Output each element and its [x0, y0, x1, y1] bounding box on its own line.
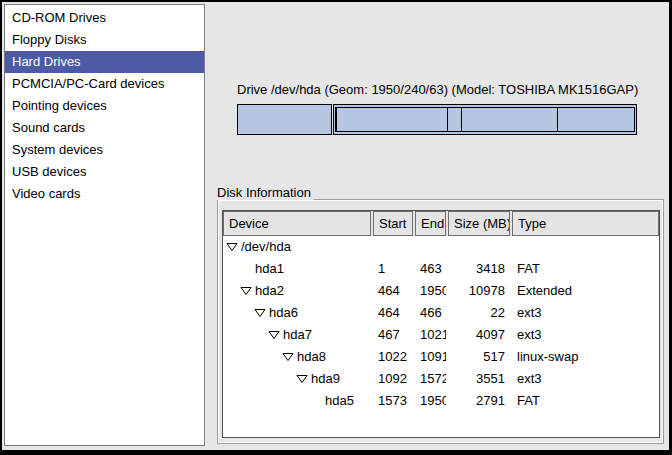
device-cell: hda5 — [223, 390, 371, 412]
column-header-type[interactable]: Type — [512, 211, 659, 236]
partition-bar — [237, 104, 637, 135]
size-cell — [448, 236, 510, 258]
end-cell: 463 — [415, 258, 446, 280]
sidebar-item-label: Pointing devices — [12, 98, 107, 113]
tree-indent — [223, 313, 254, 314]
drive-summary-label: Drive /dev/hda (Geom: 1950/240/63) (Mode… — [237, 82, 637, 97]
table-row[interactable]: hda5 1573 1950 2791 FAT — [223, 390, 659, 412]
table-row[interactable]: hda2 464 1950 10978 Extended — [223, 280, 659, 302]
partition-hda8 — [448, 108, 462, 131]
type-cell: ext3 — [512, 324, 659, 346]
device-category-list: CD-ROM Drives Floppy Disks Hard Drives P… — [4, 4, 205, 446]
end-cell: 1091 — [415, 346, 446, 368]
expander-icon[interactable] — [282, 352, 294, 362]
device-cell: hda2 — [223, 280, 371, 302]
type-cell: Extended — [512, 280, 659, 302]
end-cell: 466 — [415, 302, 446, 324]
table-row[interactable]: hda8 1022 1091 517 linux-swap — [223, 346, 659, 368]
column-header-device[interactable]: Device — [223, 211, 371, 236]
device-cell: hda6 — [223, 302, 371, 324]
tree-indent — [223, 401, 310, 402]
device-cell: /dev/hda — [223, 236, 371, 258]
type-cell: ext3 — [512, 368, 659, 390]
column-header-size[interactable]: Size (MB) — [448, 211, 510, 236]
device-cell: hda7 — [223, 324, 371, 346]
device-name: hda2 — [255, 280, 284, 302]
sidebar-item[interactable]: USB devices — [5, 161, 204, 183]
sidebar-item[interactable]: PCMCIA/PC-Card devices — [5, 73, 204, 95]
sidebar-item-label: CD-ROM Drives — [12, 10, 106, 25]
partition-hda2-extended — [333, 104, 637, 135]
end-cell: 1021 — [415, 324, 446, 346]
start-cell: 464 — [373, 280, 413, 302]
tree-indent — [223, 269, 240, 270]
disk-information-table: Device Start End Size (MB) Type /dev/hda… — [222, 210, 660, 438]
device-name: hda1 — [255, 258, 284, 280]
column-header-end[interactable]: End — [415, 211, 446, 236]
table-header-row: Device Start End Size (MB) Type — [223, 211, 659, 236]
sidebar-item[interactable]: Sound cards — [5, 117, 204, 139]
expander-icon[interactable] — [226, 242, 238, 252]
start-cell — [373, 236, 413, 258]
start-cell: 464 — [373, 302, 413, 324]
logical-partitions-container — [335, 107, 635, 132]
device-name: hda8 — [297, 346, 326, 368]
device-name: /dev/hda — [241, 236, 291, 258]
device-cell: hda8 — [223, 346, 371, 368]
table-row[interactable]: hda1 1 463 3418 FAT — [223, 258, 659, 280]
start-cell: 467 — [373, 324, 413, 346]
sidebar-item-label: Hard Drives — [12, 54, 81, 69]
sidebar-item[interactable]: Floppy Disks — [5, 29, 204, 51]
device-cell: hda1 — [223, 258, 371, 280]
type-cell: ext3 — [512, 302, 659, 324]
end-cell: 1950 — [415, 390, 446, 412]
sidebar-item[interactable]: CD-ROM Drives — [5, 7, 204, 29]
table-row[interactable]: hda6 464 466 22 ext3 — [223, 302, 659, 324]
partition-hda5 — [558, 108, 634, 131]
table-row[interactable]: /dev/hda — [223, 236, 659, 258]
type-cell: FAT — [512, 390, 659, 412]
tree-indent — [223, 335, 268, 336]
type-cell: FAT — [512, 258, 659, 280]
sidebar-item[interactable]: Pointing devices — [5, 95, 204, 117]
table-row[interactable]: hda7 467 1021 4097 ext3 — [223, 324, 659, 346]
expander-icon[interactable] — [268, 330, 280, 340]
size-cell: 517 — [448, 346, 510, 368]
hardware-browser-window: CD-ROM Drives Floppy Disks Hard Drives P… — [2, 2, 669, 450]
device-cell: hda9 — [223, 368, 371, 390]
size-cell: 4097 — [448, 324, 510, 346]
sidebar-item-label: Floppy Disks — [12, 32, 86, 47]
device-name: hda5 — [325, 390, 354, 412]
sidebar-item-label: USB devices — [12, 164, 86, 179]
table-row[interactable]: hda9 1092 1572 3551 ext3 — [223, 368, 659, 390]
size-cell: 2791 — [448, 390, 510, 412]
tree-indent — [223, 379, 296, 380]
expander-icon[interactable] — [296, 374, 308, 384]
sidebar-item-label: Sound cards — [12, 120, 85, 135]
end-cell: 1950 — [415, 280, 446, 302]
device-name: hda9 — [311, 368, 340, 390]
sidebar-item-label: PCMCIA/PC-Card devices — [12, 76, 164, 91]
column-header-start[interactable]: Start — [373, 211, 413, 236]
sidebar-item-label: Video cards — [12, 186, 80, 201]
start-cell: 1092 — [373, 368, 413, 390]
tree-indent — [223, 357, 282, 358]
sidebar-item[interactable]: System devices — [5, 139, 204, 161]
start-cell: 1022 — [373, 346, 413, 368]
sidebar-item-label: System devices — [12, 142, 103, 157]
size-cell: 3551 — [448, 368, 510, 390]
partition-hda7 — [337, 108, 448, 131]
device-name: hda7 — [283, 324, 312, 346]
expander-icon[interactable] — [240, 286, 252, 296]
size-cell: 22 — [448, 302, 510, 324]
tree-indent — [223, 291, 240, 292]
partition-hda9 — [462, 108, 558, 131]
sidebar-item[interactable]: Hard Drives — [5, 51, 204, 73]
start-cell: 1573 — [373, 390, 413, 412]
start-cell: 1 — [373, 258, 413, 280]
type-cell: linux-swap — [512, 346, 659, 368]
partition-hda1 — [237, 104, 332, 135]
sidebar-item[interactable]: Video cards — [5, 183, 204, 205]
expander-icon[interactable] — [254, 308, 266, 318]
end-cell: 1572 — [415, 368, 446, 390]
